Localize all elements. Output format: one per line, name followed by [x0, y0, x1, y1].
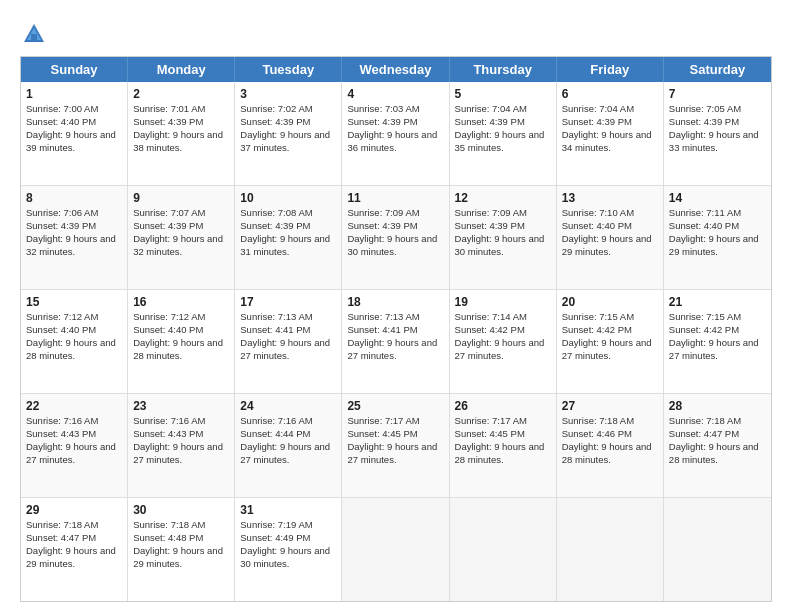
sunrise-text: Sunrise: 7:04 AM [455, 103, 527, 114]
day-number: 27 [562, 398, 658, 414]
day-cell-26: 26Sunrise: 7:17 AMSunset: 4:45 PMDayligh… [450, 394, 557, 497]
header-day-sunday: Sunday [21, 57, 128, 82]
header-day-monday: Monday [128, 57, 235, 82]
sunrise-text: Sunrise: 7:18 AM [133, 519, 205, 530]
day-number: 31 [240, 502, 336, 518]
sunset-text: Sunset: 4:47 PM [26, 532, 96, 543]
day-number: 22 [26, 398, 122, 414]
day-number: 29 [26, 502, 122, 518]
daylight-text: Daylight: 9 hours and 34 minutes. [562, 129, 652, 153]
day-cell-7: 7Sunrise: 7:05 AMSunset: 4:39 PMDaylight… [664, 82, 771, 185]
daylight-text: Daylight: 9 hours and 36 minutes. [347, 129, 437, 153]
sunrise-text: Sunrise: 7:13 AM [347, 311, 419, 322]
daylight-text: Daylight: 9 hours and 32 minutes. [133, 233, 223, 257]
sunset-text: Sunset: 4:39 PM [455, 220, 525, 231]
header-day-wednesday: Wednesday [342, 57, 449, 82]
sunset-text: Sunset: 4:40 PM [669, 220, 739, 231]
day-number: 26 [455, 398, 551, 414]
header [20, 16, 772, 48]
day-number: 13 [562, 190, 658, 206]
day-cell-18: 18Sunrise: 7:13 AMSunset: 4:41 PMDayligh… [342, 290, 449, 393]
day-number: 9 [133, 190, 229, 206]
day-cell-12: 12Sunrise: 7:09 AMSunset: 4:39 PMDayligh… [450, 186, 557, 289]
day-number: 25 [347, 398, 443, 414]
sunset-text: Sunset: 4:39 PM [669, 116, 739, 127]
daylight-text: Daylight: 9 hours and 29 minutes. [133, 545, 223, 569]
sunrise-text: Sunrise: 7:17 AM [347, 415, 419, 426]
logo-icon [20, 20, 48, 48]
day-number: 3 [240, 86, 336, 102]
sunrise-text: Sunrise: 7:18 AM [562, 415, 634, 426]
sunrise-text: Sunrise: 7:13 AM [240, 311, 312, 322]
daylight-text: Daylight: 9 hours and 30 minutes. [240, 545, 330, 569]
daylight-text: Daylight: 9 hours and 28 minutes. [669, 441, 759, 465]
empty-cell [664, 498, 771, 601]
day-number: 7 [669, 86, 766, 102]
header-day-thursday: Thursday [450, 57, 557, 82]
day-cell-29: 29Sunrise: 7:18 AMSunset: 4:47 PMDayligh… [21, 498, 128, 601]
sunset-text: Sunset: 4:41 PM [240, 324, 310, 335]
sunset-text: Sunset: 4:46 PM [562, 428, 632, 439]
sunrise-text: Sunrise: 7:12 AM [133, 311, 205, 322]
sunrise-text: Sunrise: 7:05 AM [669, 103, 741, 114]
daylight-text: Daylight: 9 hours and 28 minutes. [26, 337, 116, 361]
header-day-friday: Friday [557, 57, 664, 82]
day-cell-3: 3Sunrise: 7:02 AMSunset: 4:39 PMDaylight… [235, 82, 342, 185]
day-cell-17: 17Sunrise: 7:13 AMSunset: 4:41 PMDayligh… [235, 290, 342, 393]
sunset-text: Sunset: 4:45 PM [347, 428, 417, 439]
day-cell-31: 31Sunrise: 7:19 AMSunset: 4:49 PMDayligh… [235, 498, 342, 601]
sunrise-text: Sunrise: 7:16 AM [26, 415, 98, 426]
daylight-text: Daylight: 9 hours and 37 minutes. [240, 129, 330, 153]
day-number: 30 [133, 502, 229, 518]
day-number: 2 [133, 86, 229, 102]
day-cell-30: 30Sunrise: 7:18 AMSunset: 4:48 PMDayligh… [128, 498, 235, 601]
sunset-text: Sunset: 4:42 PM [669, 324, 739, 335]
day-number: 23 [133, 398, 229, 414]
sunrise-text: Sunrise: 7:16 AM [133, 415, 205, 426]
day-number: 8 [26, 190, 122, 206]
day-number: 18 [347, 294, 443, 310]
day-number: 11 [347, 190, 443, 206]
daylight-text: Daylight: 9 hours and 27 minutes. [26, 441, 116, 465]
sunset-text: Sunset: 4:40 PM [26, 324, 96, 335]
daylight-text: Daylight: 9 hours and 35 minutes. [455, 129, 545, 153]
day-cell-20: 20Sunrise: 7:15 AMSunset: 4:42 PMDayligh… [557, 290, 664, 393]
sunset-text: Sunset: 4:44 PM [240, 428, 310, 439]
sunrise-text: Sunrise: 7:11 AM [669, 207, 741, 218]
sunrise-text: Sunrise: 7:03 AM [347, 103, 419, 114]
day-number: 4 [347, 86, 443, 102]
sunset-text: Sunset: 4:43 PM [133, 428, 203, 439]
calendar-body: 1Sunrise: 7:00 AMSunset: 4:40 PMDaylight… [21, 82, 771, 601]
daylight-text: Daylight: 9 hours and 29 minutes. [562, 233, 652, 257]
day-cell-8: 8Sunrise: 7:06 AMSunset: 4:39 PMDaylight… [21, 186, 128, 289]
sunset-text: Sunset: 4:45 PM [455, 428, 525, 439]
sunset-text: Sunset: 4:39 PM [347, 116, 417, 127]
daylight-text: Daylight: 9 hours and 27 minutes. [240, 441, 330, 465]
sunrise-text: Sunrise: 7:18 AM [26, 519, 98, 530]
sunset-text: Sunset: 4:47 PM [669, 428, 739, 439]
empty-cell [450, 498, 557, 601]
sunset-text: Sunset: 4:39 PM [26, 220, 96, 231]
day-number: 21 [669, 294, 766, 310]
sunrise-text: Sunrise: 7:00 AM [26, 103, 98, 114]
day-cell-24: 24Sunrise: 7:16 AMSunset: 4:44 PMDayligh… [235, 394, 342, 497]
daylight-text: Daylight: 9 hours and 29 minutes. [669, 233, 759, 257]
daylight-text: Daylight: 9 hours and 27 minutes. [455, 337, 545, 361]
day-cell-16: 16Sunrise: 7:12 AMSunset: 4:40 PMDayligh… [128, 290, 235, 393]
day-number: 15 [26, 294, 122, 310]
day-number: 19 [455, 294, 551, 310]
sunset-text: Sunset: 4:39 PM [133, 220, 203, 231]
day-number: 20 [562, 294, 658, 310]
sunset-text: Sunset: 4:40 PM [133, 324, 203, 335]
sunset-text: Sunset: 4:42 PM [562, 324, 632, 335]
calendar-header: SundayMondayTuesdayWednesdayThursdayFrid… [21, 57, 771, 82]
day-cell-4: 4Sunrise: 7:03 AMSunset: 4:39 PMDaylight… [342, 82, 449, 185]
sunrise-text: Sunrise: 7:01 AM [133, 103, 205, 114]
calendar-row-2: 8Sunrise: 7:06 AMSunset: 4:39 PMDaylight… [21, 185, 771, 289]
day-cell-23: 23Sunrise: 7:16 AMSunset: 4:43 PMDayligh… [128, 394, 235, 497]
day-cell-27: 27Sunrise: 7:18 AMSunset: 4:46 PMDayligh… [557, 394, 664, 497]
sunset-text: Sunset: 4:39 PM [240, 220, 310, 231]
calendar: SundayMondayTuesdayWednesdayThursdayFrid… [20, 56, 772, 602]
day-cell-28: 28Sunrise: 7:18 AMSunset: 4:47 PMDayligh… [664, 394, 771, 497]
daylight-text: Daylight: 9 hours and 27 minutes. [347, 441, 437, 465]
